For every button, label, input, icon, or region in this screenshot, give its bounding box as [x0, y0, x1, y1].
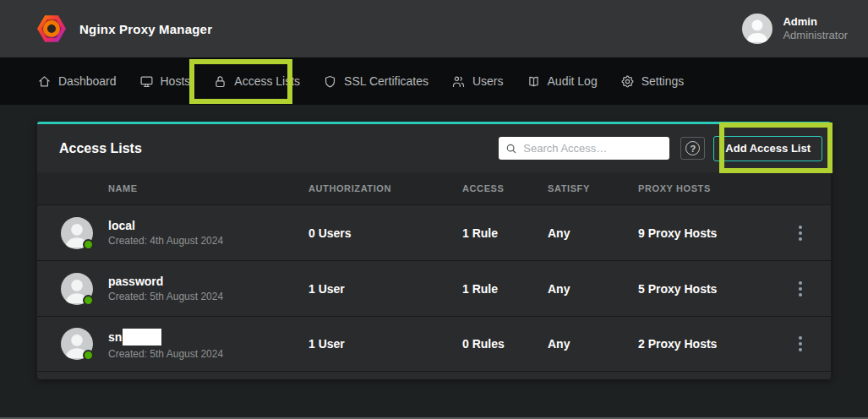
column-header-authorization: AUTHORIZATION [308, 183, 462, 193]
nav-item-audit-log[interactable]: Audit Log [527, 74, 598, 89]
access-value: 1 Rule [462, 226, 548, 240]
table-header-row: NAME AUTHORIZATION ACCESS SATISFY PROXY … [37, 172, 831, 204]
proxy-hosts-value: 9 Proxy Hosts [638, 226, 783, 240]
top-header: Nginx Proxy Manager Admin Administrator [0, 0, 868, 57]
nav-label: Users [472, 74, 504, 88]
created-date: Created: 5th August 2024 [108, 291, 308, 302]
app-logo-icon [37, 14, 66, 43]
nav-label: Settings [641, 74, 685, 88]
search-box [499, 137, 669, 160]
column-header-proxy-hosts: PROXY HOSTS [638, 183, 783, 193]
access-lists-card: Access Lists ? Add Access List NAME AUTH… [37, 122, 831, 379]
home-icon [37, 74, 52, 89]
proxy-hosts-value: 2 Proxy Hosts [638, 337, 783, 351]
nav-label: Audit Log [548, 74, 598, 88]
person-icon [742, 14, 772, 44]
access-value: 0 Rules [462, 337, 548, 351]
monitor-icon [139, 74, 154, 89]
access-list-name: sn [108, 330, 122, 344]
satisfy-value: Any [548, 337, 638, 351]
nginx-proxy-manager-window: Nginx Proxy Manager Admin Administrator … [0, 0, 868, 419]
authorization-value: 0 Users [308, 226, 462, 240]
table-row[interactable]: password Created: 5th August 2024 1 User… [37, 260, 831, 316]
row-actions-menu-icon[interactable] [795, 333, 805, 355]
gear-icon [620, 74, 635, 89]
online-status-dot [83, 239, 94, 250]
row-actions-menu-icon[interactable] [795, 222, 805, 244]
redaction-box [123, 329, 161, 346]
user-role: Administrator [783, 29, 848, 42]
main-nav: Dashboard Hosts Access Lists SSL Certifi… [0, 57, 868, 105]
card-header: Access Lists ? Add Access List [37, 124, 831, 172]
satisfy-value: Any [548, 282, 638, 296]
access-value: 1 Rule [462, 282, 548, 296]
created-date: Created: 5th August 2024 [108, 348, 308, 360]
nav-item-users[interactable]: Users [451, 74, 504, 89]
row-actions-menu-icon[interactable] [795, 278, 805, 300]
nav-item-ssl-certificates[interactable]: SSL Certificates [323, 74, 429, 89]
nav-label: SSL Certificates [344, 74, 429, 88]
authorization-value: 1 User [308, 282, 462, 296]
column-header-satisfy: SATISFY [548, 183, 638, 193]
nav-item-settings[interactable]: Settings [620, 74, 685, 89]
nav-item-hosts[interactable]: Hosts [139, 74, 191, 89]
access-list-name: password [108, 275, 308, 288]
search-input[interactable] [523, 142, 663, 155]
lock-icon [213, 74, 227, 89]
online-status-dot [83, 295, 94, 306]
created-date: Created: 4th August 2024 [108, 235, 308, 247]
app-title: Nginx Proxy Manager [79, 22, 212, 36]
row-avatar [61, 273, 93, 305]
row-avatar [61, 217, 93, 249]
online-status-dot [83, 350, 94, 361]
nav-label: Dashboard [58, 74, 117, 88]
nav-item-access-lists[interactable]: Access Lists [213, 74, 300, 89]
proxy-hosts-value: 5 Proxy Hosts [638, 282, 783, 296]
access-list-name: local [108, 219, 308, 232]
table-row[interactable]: sn Created: 5th August 2024 1 User 0 Rul… [37, 316, 831, 372]
row-avatar [61, 328, 93, 360]
user-name: Admin [783, 15, 848, 29]
help-button[interactable]: ? [680, 137, 705, 160]
user-menu[interactable]: Admin Administrator [742, 14, 848, 44]
page-title: Access Lists [59, 141, 499, 156]
book-icon [527, 74, 541, 89]
question-mark-icon: ? [685, 141, 700, 155]
nav-item-dashboard[interactable]: Dashboard [37, 74, 117, 89]
column-header-name: NAME [108, 183, 308, 193]
add-access-list-button[interactable]: Add Access List [713, 136, 822, 161]
table-row[interactable]: local Created: 4th August 2024 0 Users 1… [37, 204, 831, 260]
user-avatar [742, 14, 772, 44]
column-header-access: ACCESS [462, 183, 548, 193]
shield-icon [323, 74, 337, 89]
nav-label: Hosts [161, 74, 191, 88]
users-icon [451, 74, 466, 89]
authorization-value: 1 User [308, 337, 462, 351]
search-icon [505, 143, 517, 155]
nav-label: Access Lists [234, 74, 300, 88]
satisfy-value: Any [548, 226, 638, 240]
